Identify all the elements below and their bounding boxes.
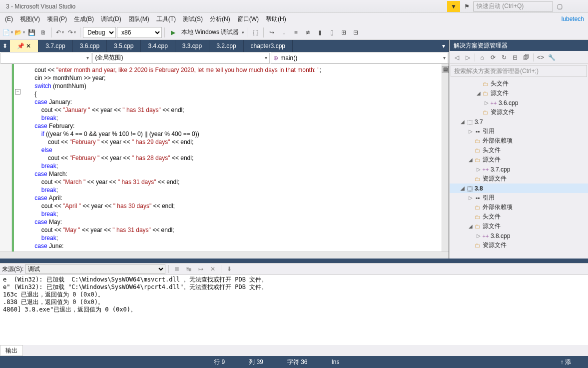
file-tab[interactable]: 3.3.cpp [175,40,209,52]
tree-node[interactable]: ◢🗀源文件 [450,222,588,231]
menu-test[interactable]: 测试(S) [180,14,206,24]
tree-node[interactable]: 🗀资源文件 [450,240,588,250]
user-account[interactable]: lubetech [562,16,586,22]
menu-view[interactable]: 视图(V) [17,14,43,24]
bookmark-next-icon[interactable]: ▯ [326,27,337,38]
file-tab[interactable]: 3.5.cpp [107,40,141,52]
tree-node[interactable]: ◢⬚3.8 [450,184,588,193]
tree-node[interactable]: ◢🗀源文件 [450,155,588,164]
output-btn-2[interactable]: ↹ [184,264,194,274]
tab-dropdown[interactable]: ▾ [439,40,449,52]
file-tab[interactable]: chapter3.cpp [244,40,293,52]
code-editor[interactable]: − cout << "enter month and year, like 2 … [0,64,449,252]
tree-node[interactable]: ▷++3.7.cpp [450,164,588,174]
solution-search-input[interactable]: 搜索解决方案资源管理器(Ctrl+;) [451,65,587,77]
scope-dropdown[interactable]: ▾ [0,52,91,64]
fold-icon[interactable]: − [15,89,20,94]
editor-gutter [0,64,12,252]
output-wrap-icon[interactable]: ⬇ [224,264,234,274]
collapse-icon[interactable]: ⊟ [510,52,520,62]
output-clear-icon[interactable]: ✕ [208,264,218,274]
tree-node[interactable]: ▷▪▪引用 [450,193,588,202]
file-tab-active[interactable]: 📌 ✕ [10,40,38,52]
tree-node[interactable]: 🗀资源文件 [450,174,588,184]
notification-icon[interactable]: ▼ [447,1,460,12]
menu-debug[interactable]: 调试(D) [98,14,124,24]
tree-node[interactable]: ◢⬚3.7 [450,117,588,126]
forward-icon[interactable]: ▷ [463,52,473,62]
tree-node[interactable]: 🗀头文件 [450,79,588,88]
back-icon[interactable]: ◁ [452,52,462,62]
platform-dropdown[interactable]: x86 [117,27,162,38]
code-icon[interactable]: <> [536,52,546,62]
tree-node[interactable]: ▷++3.8.cpp [450,231,588,240]
tree-node[interactable]: ▷++3.6.cpp [450,98,588,108]
sync-icon[interactable]: ⟳ [488,52,498,62]
toolbar-btn-a[interactable]: ⊞ [338,27,349,38]
toolbar-btn-1[interactable]: ⬚ [250,27,261,38]
output-btn-1[interactable]: ≣ [172,264,182,274]
step-into-icon[interactable]: ↓ [278,27,289,38]
menu-file[interactable]: (E) [2,14,16,24]
status-ins: Ins [320,358,352,366]
solution-tree[interactable]: 🗀头文件◢🗀源文件▷++3.6.cpp🗀资源文件◢⬚3.7▷▪▪引用🗀外部依赖项… [450,78,588,258]
menu-project[interactable]: 项目(P) [44,14,70,24]
maximize-icon[interactable]: ▢ [553,1,566,12]
horizontal-scrollbar[interactable] [0,252,449,258]
redo-button[interactable]: ↷ [66,27,77,38]
comment-icon[interactable]: ≡ [290,27,301,38]
output-tab[interactable]: 输出 [0,345,23,356]
save-all-button[interactable]: 🗎 [38,27,49,38]
file-tab[interactable]: 3.2.cpp [209,40,243,52]
file-tab[interactable]: 3.4.cpp [141,40,175,52]
toolbar-btn-b[interactable]: ⊟ [350,27,361,38]
quick-launch-input[interactable]: 快速启动 (Ctrl+Q) [473,2,553,12]
save-button[interactable]: 💾 [26,27,37,38]
tree-node[interactable]: 🗀外部依赖项 [450,202,588,212]
feedback-icon[interactable]: ⚑ [460,1,473,12]
tree-node[interactable]: 🗀资源文件 [450,108,588,117]
show-all-icon[interactable]: 🗐 [521,52,531,62]
menu-window[interactable]: 窗口(W) [234,14,262,24]
vertical-scrollbar[interactable]: ▤ [442,64,449,252]
tree-node[interactable]: 🗀头文件 [450,146,588,155]
home-icon[interactable]: ⌂ [477,52,487,62]
file-tabs: ⬍ 📌 ✕ 3.7.cpp 3.6.cpp 3.5.cpp 3.4.cpp 3.… [0,40,449,52]
status-add[interactable]: ↑ 添 [549,358,583,366]
file-tab[interactable]: 3.7.cpp [38,40,72,52]
output-panel: 来源(S): 调试 ≣ ↹ ↦ ✕ ⬇ e (Win32): 已加载 C:\Wi… [0,258,588,356]
status-line: 行 9 [202,358,237,366]
uncomment-icon[interactable]: ≢ [302,27,313,38]
properties-icon[interactable]: 🔧 [547,52,557,62]
tree-node[interactable]: 🗀外部依赖项 [450,136,588,146]
start-debug-button[interactable]: ▶ [167,27,178,38]
debugger-label[interactable]: 本地 Windows 调试器 [179,28,241,36]
undo-button[interactable]: ↶ [54,27,65,38]
menu-team[interactable]: 团队(M) [125,14,152,24]
new-project-button[interactable]: 📄 [2,27,13,38]
function-dropdown[interactable]: ⊕main()▾ [271,52,448,64]
open-file-button[interactable]: 📂 [14,27,25,38]
file-tab[interactable]: 3.6.cpp [73,40,107,52]
menu-bar: (E) 视图(V) 项目(P) 生成(B) 调试(D) 团队(M) 工具(T) … [0,13,588,25]
split-icon[interactable]: ▤ [442,66,449,73]
menu-build[interactable]: 生成(B) [71,14,97,24]
status-col: 列 39 [237,358,275,366]
step-over-icon[interactable]: ↪ [266,27,277,38]
tree-node[interactable]: 🗀头文件 [450,212,588,222]
config-dropdown[interactable]: Debug [83,27,116,38]
output-toolbar: 来源(S): 调试 ≣ ↹ ↦ ✕ ⬇ [0,263,588,275]
menu-help[interactable]: 帮助(H) [263,14,289,24]
class-dropdown[interactable]: (全局范围)▾ [92,52,270,64]
menu-analyze[interactable]: 分析(N) [207,14,233,24]
output-source-dropdown[interactable]: 调试 [25,264,165,274]
window-title: 3 - Microsoft Visual Studio [2,3,75,10]
tree-node[interactable]: ▷▪▪引用 [450,126,588,136]
refresh-icon[interactable]: ↻ [499,52,509,62]
tree-node[interactable]: ◢🗀源文件 [450,88,588,98]
output-btn-3[interactable]: ↦ [196,264,206,274]
bookmark-icon[interactable]: ▮ [314,27,325,38]
output-text[interactable]: e (Win32): 已加载 C:\Windows\SysWOW64\msvcr… [0,275,588,345]
tab-nav-left[interactable]: ⬍ [0,40,10,52]
menu-tools[interactable]: 工具(T) [153,14,179,24]
